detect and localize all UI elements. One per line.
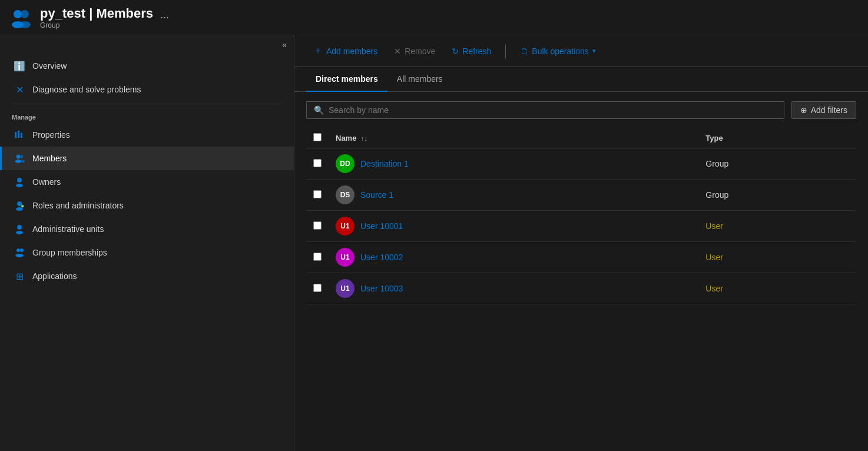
roles-icon — [14, 200, 25, 211]
avatar: U1 — [336, 217, 355, 236]
svg-point-7 — [16, 155, 21, 159]
add-icon: ＋ — [313, 45, 323, 57]
svg-point-0 — [14, 10, 22, 18]
sidebar-item-label: Members — [32, 154, 67, 163]
member-type-cell: Group — [698, 148, 856, 180]
sidebar-item-members[interactable]: Members — [0, 147, 294, 170]
main-content: ＋ Add members ✕ Remove ↻ Refresh 🗋 Bulk … — [294, 35, 868, 451]
toolbar: ＋ Add members ✕ Remove ↻ Refresh 🗋 Bulk … — [294, 35, 868, 67]
member-name-cell: U1 User 10003 — [329, 273, 698, 304]
svg-point-13 — [17, 201, 22, 206]
refresh-icon: ↻ — [452, 47, 459, 56]
table-row: U1 User 10001 User — [306, 211, 856, 242]
page-title: py_test | Members — [40, 6, 153, 21]
toolbar-separator — [505, 44, 506, 58]
svg-rect-4 — [15, 132, 16, 138]
content-area: 🔍 ⊕ Add filters — [294, 92, 868, 451]
sidebar-item-label: Properties — [32, 130, 70, 140]
table-row: DS Source 1 Group — [306, 180, 856, 211]
diagnose-icon: ✕ — [14, 84, 25, 95]
sidebar-collapse-button[interactable]: « — [0, 35, 294, 54]
header-title-block: py_test | Members Group — [40, 6, 153, 29]
member-type-cell: User — [698, 273, 856, 304]
svg-point-18 — [16, 248, 20, 252]
row-checkbox-cell — [306, 180, 329, 211]
sidebar-item-label: Owners — [32, 177, 61, 187]
main-layout: « ℹ️ Overview ✕ Diagnose and solve probl… — [0, 35, 868, 451]
chevron-down-icon: ▾ — [592, 47, 596, 55]
name-column-header: Name ↑↓ — [329, 128, 698, 148]
add-members-button[interactable]: ＋ Add members — [306, 41, 385, 61]
sidebar: « ℹ️ Overview ✕ Diagnose and solve probl… — [0, 35, 294, 451]
sidebar-item-label: Overview — [32, 61, 67, 71]
group-memberships-icon — [14, 247, 25, 258]
owners-icon — [14, 176, 25, 188]
sidebar-item-overview[interactable]: ℹ️ Overview — [0, 54, 294, 78]
remove-icon: ✕ — [394, 47, 401, 56]
row-checkbox[interactable] — [313, 253, 322, 261]
select-all-checkbox[interactable] — [313, 133, 322, 141]
avatar: DD — [336, 154, 355, 173]
row-checkbox-cell — [306, 273, 329, 304]
members-table-wrapper: Name ↑↓ Type DD Destination 1 Group — [306, 128, 856, 442]
filter-icon: ⊕ — [800, 105, 807, 115]
sidebar-item-roles[interactable]: Roles and administrators — [0, 194, 294, 217]
sidebar-nav: ℹ️ Overview ✕ Diagnose and solve problem… — [0, 54, 294, 288]
row-checkbox[interactable] — [313, 221, 322, 230]
sidebar-item-applications[interactable]: ⊞ Applications — [0, 264, 294, 288]
svg-point-20 — [15, 254, 24, 257]
tab-direct-members[interactable]: Direct members — [306, 67, 387, 92]
avatar: DS — [336, 185, 355, 204]
row-checkbox[interactable] — [313, 190, 322, 198]
search-input[interactable] — [329, 105, 777, 115]
members-table: Name ↑↓ Type DD Destination 1 Group — [306, 128, 856, 304]
sidebar-item-label: Applications — [32, 271, 77, 281]
sidebar-item-diagnose[interactable]: ✕ Diagnose and solve problems — [0, 78, 294, 101]
svg-point-1 — [21, 10, 29, 18]
row-checkbox-cell — [306, 242, 329, 273]
applications-icon: ⊞ — [14, 270, 25, 282]
sidebar-item-group-memberships[interactable]: Group memberships — [0, 241, 294, 264]
row-checkbox-cell — [306, 148, 329, 180]
member-name-link[interactable]: Source 1 — [360, 190, 393, 200]
search-input-wrapper[interactable]: 🔍 — [306, 101, 784, 119]
members-icon — [14, 152, 25, 164]
member-name-link[interactable]: Destination 1 — [360, 159, 409, 168]
sidebar-item-properties[interactable]: Properties — [0, 123, 294, 147]
remove-button[interactable]: ✕ Remove — [387, 43, 442, 59]
member-name-cell: DD Destination 1 — [329, 148, 698, 180]
svg-point-3 — [19, 21, 31, 28]
svg-point-16 — [17, 225, 22, 230]
avatar: U1 — [336, 279, 355, 298]
row-checkbox[interactable] — [313, 284, 322, 292]
member-name-link[interactable]: User 10003 — [360, 284, 403, 293]
member-cell: U1 User 10002 — [336, 248, 691, 267]
type-column-header: Type — [698, 128, 856, 148]
info-icon: ℹ️ — [14, 60, 25, 72]
tab-all-members[interactable]: All members — [387, 67, 452, 92]
svg-point-12 — [16, 184, 23, 187]
group-icon — [9, 6, 33, 29]
page-subtitle: Group — [40, 21, 153, 29]
search-icon: 🔍 — [314, 105, 324, 115]
svg-point-14 — [16, 207, 23, 211]
manage-section-label: Manage — [0, 107, 294, 123]
member-name-link[interactable]: User 10002 — [360, 253, 403, 262]
sidebar-item-label: Administrative units — [32, 224, 104, 234]
sidebar-item-owners[interactable]: Owners — [0, 170, 294, 194]
search-bar: 🔍 ⊕ Add filters — [306, 101, 856, 119]
sidebar-item-admin-units[interactable]: Administrative units — [0, 217, 294, 241]
member-type-cell: User — [698, 211, 856, 242]
sort-icon[interactable]: ↑↓ — [361, 135, 367, 142]
member-type-cell: Group — [698, 180, 856, 211]
more-options-icon[interactable]: ··· — [160, 11, 169, 24]
member-tabs: Direct members All members — [294, 67, 868, 92]
add-filters-button[interactable]: ⊕ Add filters — [791, 101, 856, 119]
row-checkbox[interactable] — [313, 159, 322, 167]
bulk-operations-button[interactable]: 🗋 Bulk operations ▾ — [513, 43, 603, 59]
bulk-ops-icon: 🗋 — [520, 47, 528, 56]
member-name-link[interactable]: User 10001 — [360, 221, 403, 231]
refresh-button[interactable]: ↻ Refresh — [445, 43, 498, 59]
admin-units-icon — [14, 223, 25, 235]
member-name-cell: U1 User 10002 — [329, 242, 698, 273]
